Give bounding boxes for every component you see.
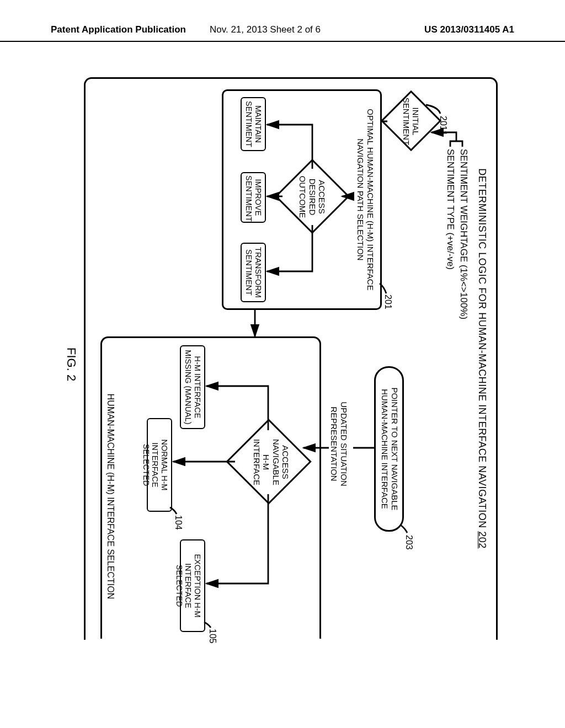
diagram-title: DETERMINISTIC LOGIC FOR HUMAN-MACHINE IN…: [476, 77, 488, 640]
initial-sentiment-label: INITIALSENTIMENT: [402, 89, 421, 153]
access-desired-outcome-label: ACCESSDESIREDOUTCOME: [298, 163, 327, 231]
diagram-canvas: DETERMINISTIC LOGIC FOR HUMAN-MACHINE IN…: [67, 77, 498, 640]
ref-203: 203: [404, 535, 414, 550]
maintain-sentiment-box: MAINTAINSENTIMENT: [241, 97, 266, 151]
access-navigable-label: ACCESSNAVIGABLEH-MINTERFACE: [252, 422, 290, 502]
pointer-box-label: POINTER TO NEXT NAVIGABLEHUMAN-MACHINE I…: [380, 368, 399, 529]
ref-105: 105: [207, 629, 217, 644]
ref-2011: 2011: [438, 116, 448, 136]
normal-hm-box: NORMAL H-MINTERFACE SELECTED: [147, 418, 172, 512]
figure-label: FIG. 2: [64, 347, 78, 381]
header-left: Patent Application Publication: [51, 24, 186, 35]
exception-hm-box: EXCEPTION H-MINTERFACE SELECTED: [180, 539, 205, 632]
transform-sentiment-box: TRANSFORMSENTIMENT: [241, 243, 266, 302]
hm-missing-box: H-M INTERFACEMISSING (MANUAL): [180, 345, 205, 429]
sentiment-weightage-label: SENTIMENT WEIGHTAGE (1%<>100%): [458, 149, 469, 319]
sentiment-type-label: SENTIMENT TYPE (+ve/-ve): [445, 149, 456, 270]
ref-104: 104: [173, 515, 183, 530]
page: Patent Application Publication Nov. 21, …: [0, 0, 565, 728]
box-201-title: OPTIMAL HUMAN-MACHINE (H-M) INTERFACENAV…: [355, 94, 375, 306]
diagram-wrapper: DETERMINISTIC LOGIC FOR HUMAN-MACHINE IN…: [67, 77, 498, 640]
improve-sentiment-box: IMPROVESENTIMENT: [241, 172, 266, 223]
ref-201: 201: [383, 295, 393, 309]
updated-situation-label: UPDATED SITUATIONREPRESENTATION: [329, 389, 349, 499]
hm-selection-title: HUMAN-MACHINE (H-M) INTERFACE SELECTION: [105, 375, 116, 618]
header-right: US 2013/0311405 A1: [424, 24, 514, 35]
diagram-title-ref: 202: [477, 531, 488, 549]
header-center: Nov. 21, 2013 Sheet 2 of 6: [210, 24, 321, 35]
header-bar: Patent Application Publication Nov. 21, …: [0, 24, 565, 42]
diagram-title-text: DETERMINISTIC LOGIC FOR HUMAN-MACHINE IN…: [477, 168, 488, 531]
